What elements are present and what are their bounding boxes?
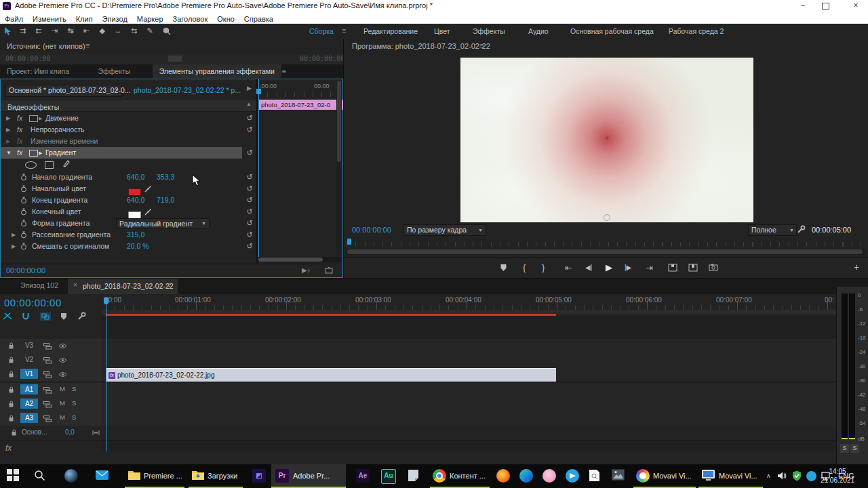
menu-help[interactable]: Справка xyxy=(239,14,278,24)
gradient-end-anchor-icon[interactable] xyxy=(604,214,610,221)
track-select-forward-tool-icon[interactable]: ⇉ xyxy=(16,24,29,38)
movavi-window-label-1[interactable]: Movavi Vi... xyxy=(653,472,692,480)
track-header-a3[interactable]: A3 M S xyxy=(0,411,102,426)
menu-file[interactable]: Файл xyxy=(0,14,28,24)
tray-chevron-up-icon[interactable]: ∧ xyxy=(766,472,771,479)
stopwatch-icon[interactable] xyxy=(20,220,27,227)
chrome-app-icon[interactable] xyxy=(433,469,446,483)
workspace-tab-workspace2[interactable]: Рабочая среда 2 xyxy=(669,27,724,35)
scrollbar-thumb[interactable] xyxy=(347,249,863,254)
rolling-edit-tool-icon[interactable]: ↹ xyxy=(64,24,77,38)
timeline-clip[interactable]: fxphoto_2018-07-23_02-02-22.jpg xyxy=(106,368,556,382)
menu-sequence[interactable]: Эпизод xyxy=(98,14,132,24)
pen-tool-icon[interactable]: ✎ xyxy=(144,24,157,38)
fit-track-icon[interactable] xyxy=(92,430,100,436)
telegram-app-icon[interactable] xyxy=(566,469,579,483)
sync-lock-icon[interactable] xyxy=(43,371,52,378)
program-playhead-handle[interactable] xyxy=(347,239,351,245)
eyedropper-icon[interactable] xyxy=(144,185,152,192)
motion-reset-icon[interactable]: ↺ xyxy=(245,113,254,124)
tab-project[interactable]: Проект: Имя клипа xyxy=(0,64,76,78)
program-settings-wrench-icon[interactable] xyxy=(797,225,806,234)
mute-button[interactable]: M xyxy=(60,413,65,421)
param-reset-icon[interactable]: ↺ xyxy=(245,218,254,229)
eyedropper-icon[interactable] xyxy=(144,208,152,216)
master-volume-value[interactable]: 0,0 xyxy=(65,428,75,436)
stopwatch-icon[interactable] xyxy=(20,174,27,181)
tab-active-sequence[interactable]: × photo_2018-07-23_02-02-22 ≡ xyxy=(68,279,178,294)
menu-clip[interactable]: Клип xyxy=(71,14,98,24)
effect-controls-timecode[interactable]: 00:00:00:00 xyxy=(6,266,45,274)
track-label[interactable]: A3 xyxy=(20,413,38,423)
premiere-taskbar-button[interactable]: Pr Adobe Pr... xyxy=(271,464,346,488)
timeline-timecode[interactable]: 00:00:00:00 xyxy=(4,297,62,308)
movavi-monitor-icon[interactable] xyxy=(701,469,715,481)
step-back-icon[interactable]: ◀| xyxy=(585,264,592,271)
timeline-playhead-handle[interactable] xyxy=(104,298,108,304)
play-button-icon[interactable]: ▶ xyxy=(606,262,612,272)
track-content-a2[interactable] xyxy=(102,397,836,412)
lock-icon[interactable] xyxy=(8,386,14,394)
workspace-tab-main[interactable]: Основная рабочая среда xyxy=(570,27,654,35)
razor-tool-icon[interactable]: ◆ xyxy=(96,24,108,38)
mini-horizontal-scrollbar[interactable] xyxy=(258,257,341,262)
track-content-a1[interactable] xyxy=(102,383,836,398)
lock-icon[interactable] xyxy=(8,342,14,350)
track-label[interactable]: A1 xyxy=(20,384,38,394)
mark-out-icon[interactable]: } xyxy=(542,262,545,272)
track-header-v3[interactable]: V3 xyxy=(0,339,102,354)
track-label[interactable]: V3 xyxy=(20,340,38,350)
menu-window[interactable]: Окно xyxy=(212,14,239,24)
effect-controls-menu-icon[interactable]: ≡ xyxy=(281,67,285,75)
stopwatch-icon[interactable] xyxy=(20,208,27,216)
workspace-tab-effects[interactable]: Эффекты xyxy=(473,27,505,35)
timeline-playhead[interactable] xyxy=(106,298,106,451)
param-reset-icon[interactable]: ↺ xyxy=(245,183,254,195)
track-content-a3[interactable] xyxy=(102,411,836,426)
track-content-v3[interactable] xyxy=(102,339,836,354)
sync-lock-icon[interactable] xyxy=(43,415,52,422)
param-value-x[interactable]: 640,0 xyxy=(127,171,144,183)
program-video-frame[interactable]: + xyxy=(460,58,753,222)
browser-app-icon[interactable] xyxy=(64,469,78,483)
export-frame-icon[interactable] xyxy=(325,267,333,274)
menu-edit[interactable]: Изменить xyxy=(28,14,71,24)
workspace-tab-editing[interactable]: Редактирование xyxy=(363,27,418,35)
downloads-folder-icon[interactable] xyxy=(191,469,205,481)
rectangle-mask-icon[interactable] xyxy=(45,161,54,169)
solo-button[interactable]: S xyxy=(72,413,76,421)
tray-antivirus-shield-icon[interactable] xyxy=(792,470,802,481)
timeline-ruler[interactable]: 00:00 00:00:01:00 00:00:02:00 00:00:03:0… xyxy=(102,295,836,310)
tray-volume-icon[interactable] xyxy=(777,471,787,481)
source-fit-dropdown[interactable] xyxy=(168,56,182,62)
lock-icon[interactable] xyxy=(8,401,14,408)
timeline-menu-icon[interactable]: ≡ xyxy=(167,281,171,289)
track-label[interactable]: V2 xyxy=(20,354,38,365)
after-effects-app-icon[interactable]: Ae xyxy=(356,469,370,483)
lock-icon[interactable] xyxy=(8,357,14,364)
movavi-app-icon[interactable] xyxy=(636,469,650,483)
timeline-view-toggle-icon[interactable]: ▶ xyxy=(247,85,252,92)
param-expand-icon[interactable]: ▶ xyxy=(12,241,16,252)
track-label[interactable]: A2 xyxy=(20,399,38,409)
scrollbar-thumb[interactable] xyxy=(337,81,341,162)
linked-selection-icon[interactable] xyxy=(40,312,51,321)
playback-quality-dropdown[interactable]: Полное ▼ xyxy=(748,224,797,236)
snap-magnet-icon[interactable] xyxy=(22,312,30,321)
step-forward-icon[interactable]: |▶ xyxy=(625,264,631,271)
param-reset-icon[interactable]: ↺ xyxy=(245,171,254,183)
track-visibility-eye-icon[interactable] xyxy=(58,371,67,378)
sync-lock-icon[interactable] xyxy=(43,357,52,364)
opacity-reset-icon[interactable]: ↺ xyxy=(245,124,254,136)
workspace-tab-audio[interactable]: Аудио xyxy=(528,27,549,35)
play-audio-icon[interactable]: ▶♪ xyxy=(302,266,311,274)
tray-clock-time[interactable]: 14:05 xyxy=(829,468,846,475)
menu-title[interactable]: Заголовок xyxy=(168,14,213,24)
goto-in-icon[interactable]: ⇤ xyxy=(565,263,572,272)
photoshop-like-app-icon[interactable]: ◩ xyxy=(252,469,266,483)
stopwatch-icon[interactable] xyxy=(20,243,27,250)
zoom-level-dropdown[interactable]: По размеру кадра ▼ xyxy=(403,224,486,236)
effect-row-motion[interactable]: ▶ fx ▶ Движение ↺ xyxy=(1,113,257,124)
zoom-tool-icon[interactable] xyxy=(163,27,171,35)
param-reset-icon[interactable]: ↺ xyxy=(245,241,254,252)
